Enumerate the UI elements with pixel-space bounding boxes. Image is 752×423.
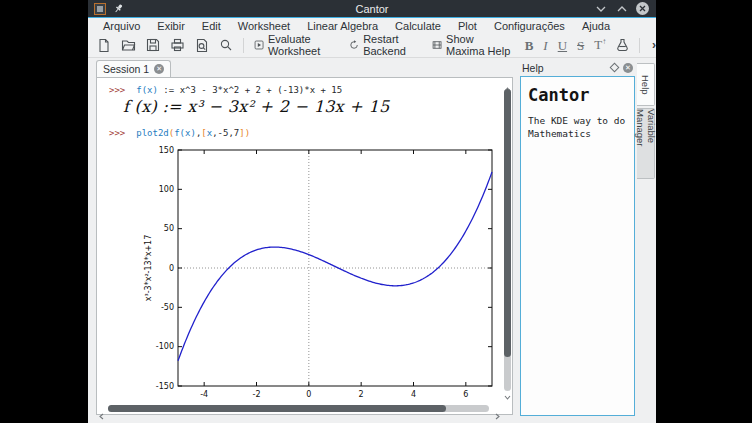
italic-button[interactable]: I	[543, 39, 547, 52]
play-icon	[254, 38, 264, 52]
titlebar[interactable]: Cantor	[88, 0, 656, 18]
help-panel: Help ✕ Cantor The KDE way to do Mathemat…	[518, 59, 637, 423]
main-content: Session 1 ✕ >>> f(x) := x^3 - 3*x^2 + 2 …	[88, 59, 656, 423]
float-panel-icon[interactable]	[610, 63, 620, 73]
cantor-window: Cantor Arquivo Exibir Edit Worksheet Lin…	[88, 0, 656, 423]
svg-text:0: 0	[169, 264, 174, 273]
find-button[interactable]	[219, 38, 233, 52]
menu-item-plot[interactable]: Plot	[458, 20, 477, 32]
svg-text:100: 100	[159, 185, 174, 194]
scroll-left-icon[interactable]	[99, 406, 104, 423]
command-code[interactable]: plot2d(f(x),[x,-5,7])	[136, 128, 250, 138]
prompt: >>>	[109, 85, 125, 95]
svg-text:-50: -50	[161, 303, 174, 312]
svg-text:2: 2	[359, 390, 364, 399]
shade-button[interactable]	[594, 2, 607, 15]
restart-backend-button[interactable]: Restart Backend	[349, 33, 422, 57]
svg-text:6: 6	[463, 390, 468, 399]
svg-text:150: 150	[159, 146, 174, 155]
help-panel-title: Help	[522, 62, 544, 74]
svg-text:-100: -100	[156, 342, 174, 351]
session-tab[interactable]: Session 1 ✕	[96, 60, 171, 77]
maximize-button[interactable]	[615, 2, 628, 15]
scroll-right-icon[interactable]	[495, 406, 500, 423]
help-heading: Cantor	[528, 85, 627, 105]
superscript-button[interactable]: T↑	[594, 38, 606, 51]
evaluate-worksheet-button[interactable]: Evaluate Worksheet	[254, 33, 339, 57]
command-code[interactable]: f(x) := x^3 - 3*x^2 + 2 + (-13)*x + 15	[136, 85, 342, 95]
scroll-down-icon[interactable]	[504, 386, 511, 404]
command-entry-1[interactable]: >>> f(x) := x^3 - 3*x^2 + 2 + (-13)*x + …	[109, 85, 342, 95]
svg-text:4: 4	[411, 390, 416, 399]
horizontal-scrollbar-thumb[interactable]	[108, 405, 446, 412]
worksheet-panel: Session 1 ✕ >>> f(x) := x^3 - 3*x^2 + 2 …	[88, 59, 515, 423]
close-button[interactable]	[636, 2, 649, 15]
menu-item-exibir[interactable]: Exibir	[157, 20, 185, 32]
svg-text:0: 0	[306, 390, 311, 399]
maxima-icon	[432, 38, 442, 52]
help-panel-close-icon[interactable]: ✕	[623, 63, 633, 73]
menu-item-ajuda[interactable]: Ajuda	[582, 20, 610, 32]
toolbar-separator	[243, 38, 244, 53]
worksheet-canvas[interactable]: >>> f(x) := x^3 - 3*x^2 + 2 + (-13)*x + …	[97, 78, 503, 404]
save-button[interactable]	[146, 38, 160, 52]
open-button[interactable]	[121, 38, 136, 52]
menu-item-edit[interactable]: Edit	[202, 20, 221, 32]
svg-text:-150: -150	[156, 382, 174, 391]
vertical-scrollbar-thumb[interactable]	[504, 89, 511, 357]
vertical-scrollbar[interactable]	[503, 78, 512, 404]
svg-text:x³-3*x²-13*x+17: x³-3*x²-13*x+17	[144, 235, 153, 302]
text-color-button[interactable]	[616, 38, 629, 52]
horizontal-scrollbar[interactable]	[97, 404, 503, 414]
menubar: Arquivo Exibir Edit Worksheet Linear Alg…	[88, 18, 656, 33]
command-entry-2[interactable]: >>> plot2d(f(x),[x,-5,7])	[109, 128, 250, 138]
help-content: Cantor The KDE way to do Mathematics	[520, 76, 635, 416]
window-title: Cantor	[88, 3, 656, 15]
print-preview-button[interactable]	[195, 38, 209, 53]
side-tab-strip: Help Variable Manager	[637, 59, 656, 423]
menu-item-worksheet[interactable]: Worksheet	[238, 20, 290, 32]
underline-button[interactable]: U	[558, 39, 567, 52]
worksheet-frame: >>> f(x) := x^3 - 3*x^2 + 2 + (-13)*x + …	[96, 77, 513, 415]
rendered-math-output: f (x) := x³ − 3x² + 2 − 13x + 15	[123, 97, 389, 116]
app-icon[interactable]	[94, 3, 106, 15]
svg-text:50: 50	[164, 224, 174, 233]
restart-icon	[349, 38, 359, 52]
svg-text:-4: -4	[200, 390, 208, 399]
plot-image: -4-20246-150-100-50050100150x³-3*x²-13*x…	[140, 145, 500, 403]
help-body-text: The KDE way to do Mathematics	[528, 114, 627, 141]
help-panel-header[interactable]: Help ✕	[518, 59, 637, 76]
menu-item-linear-algebra[interactable]: Linear Algebra	[307, 20, 378, 32]
session-tab-label: Session 1	[103, 63, 149, 75]
toolbar: Evaluate Worksheet Restart Backend Show …	[88, 33, 656, 58]
side-tab-variable-manager[interactable]: Variable Manager	[637, 108, 655, 179]
print-button[interactable]	[170, 38, 185, 52]
new-document-button[interactable]	[97, 38, 111, 53]
menu-item-arquivo[interactable]: Arquivo	[103, 20, 140, 32]
strikethrough-button[interactable]: S	[577, 39, 584, 52]
toolbar-overflow-button[interactable]: ›	[652, 38, 656, 52]
session-tab-close-icon[interactable]: ✕	[154, 64, 164, 74]
side-tab-help[interactable]: Help	[637, 63, 655, 106]
menu-item-configuracoes[interactable]: Configurações	[494, 20, 565, 32]
prompt: >>>	[109, 128, 125, 138]
menu-item-calculate[interactable]: Calculate	[395, 20, 441, 32]
toolbar-separator	[639, 38, 640, 53]
svg-text:-2: -2	[253, 390, 261, 399]
bold-button[interactable]: B	[525, 39, 534, 52]
pin-icon[interactable]	[112, 2, 125, 15]
desktop-background: Cantor Arquivo Exibir Edit Worksheet Lin…	[0, 0, 752, 423]
show-maxima-help-button[interactable]: Show Maxima Help	[432, 33, 515, 57]
